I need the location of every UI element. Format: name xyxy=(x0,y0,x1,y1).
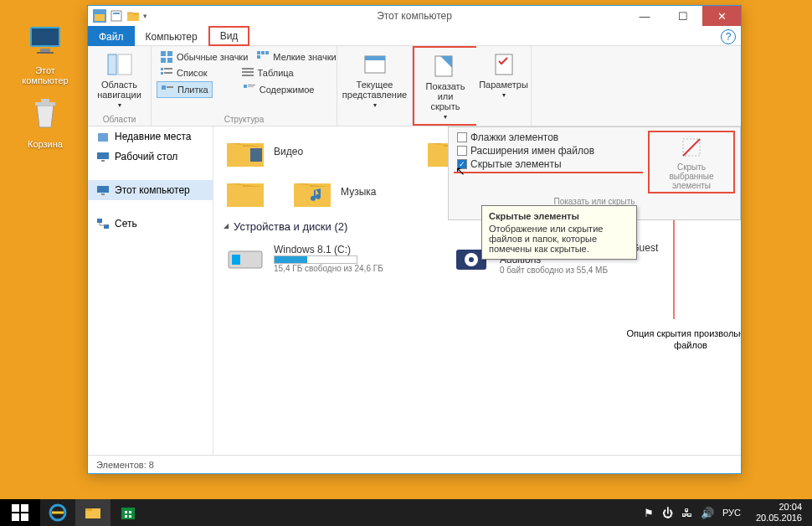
svg-rect-42 xyxy=(97,219,102,223)
main-content: Флажки элементов Расширения имен файлов … xyxy=(213,126,741,455)
svg-rect-28 xyxy=(162,85,166,90)
layout-small-icons[interactable]: Мелкие значки xyxy=(253,49,339,64)
svg-rect-20 xyxy=(257,55,260,59)
minimize-button[interactable]: — xyxy=(625,6,664,26)
svg-rect-60 xyxy=(21,504,28,512)
drive-c[interactable]: Windows 8.1 (C:) 15,4 ГБ свободно из 24,… xyxy=(224,240,433,276)
close-button[interactable]: ✕ xyxy=(702,6,741,26)
svg-rect-65 xyxy=(85,508,92,511)
tray-clock[interactable]: 20:04 20.05.2016 xyxy=(749,500,809,525)
svg-rect-16 xyxy=(167,58,172,63)
layout-content[interactable]: Содержимое xyxy=(239,81,318,98)
current-view-button[interactable]: Текущее представление ▾ xyxy=(342,49,407,111)
taskbar-ie[interactable] xyxy=(40,499,75,526)
tray-network-icon[interactable]: 🖧 xyxy=(681,507,692,519)
nav-recent[interactable]: Недавние места xyxy=(88,126,213,147)
nav-desktop[interactable]: Рабочий стол xyxy=(88,147,213,167)
start-button[interactable] xyxy=(0,499,40,526)
svg-rect-68 xyxy=(129,511,131,513)
svg-rect-11 xyxy=(108,54,116,75)
qat-newfolder-icon[interactable] xyxy=(126,9,140,23)
folder-music[interactable]: Музыка xyxy=(290,173,475,210)
svg-rect-40 xyxy=(97,186,109,193)
taskbar[interactable]: ⚑ ⏻ 🖧 🔊 РУС 20:04 20.05.2016 xyxy=(0,499,812,526)
svg-rect-67 xyxy=(125,511,127,513)
svg-rect-34 xyxy=(365,56,385,60)
folder-stub-2[interactable] xyxy=(224,173,274,210)
nav-network[interactable]: Сеть xyxy=(88,214,213,234)
svg-rect-62 xyxy=(21,513,28,521)
svg-rect-24 xyxy=(164,72,172,74)
cursor-icon: ↖ xyxy=(455,164,465,178)
folder-videos[interactable]: Видео xyxy=(224,133,408,170)
svg-rect-19 xyxy=(265,51,269,54)
svg-rect-46 xyxy=(250,148,262,162)
svg-rect-4 xyxy=(35,102,55,106)
drives-header[interactable]: Устройства и диски (2) xyxy=(224,220,731,233)
tray-power-icon[interactable]: ⏻ xyxy=(662,507,673,519)
qat-properties-icon[interactable] xyxy=(110,9,123,23)
annotation-text: Опция скрытия произвольных файлов xyxy=(615,327,741,352)
chk-hidden-items[interactable]: ✓Скрытые элементы xyxy=(454,157,643,173)
taskbar-store[interactable] xyxy=(110,499,146,526)
svg-rect-53 xyxy=(232,255,240,265)
tray-lang[interactable]: РУС xyxy=(722,508,741,518)
app-icon xyxy=(93,9,106,23)
help-button[interactable]: ? xyxy=(721,29,736,44)
svg-rect-18 xyxy=(261,51,265,54)
svg-rect-23 xyxy=(161,72,163,75)
svg-rect-37 xyxy=(98,133,108,142)
maximize-button[interactable]: ☐ xyxy=(664,6,702,26)
svg-rect-32 xyxy=(248,86,254,87)
ribbon: Область навигации ▾ Области Обычные знач… xyxy=(88,46,741,126)
navigation-pane: Недавние места Рабочий стол Этот компьют… xyxy=(88,126,213,455)
chk-item-checkboxes[interactable]: Флажки элементов xyxy=(454,131,643,144)
svg-rect-21 xyxy=(161,68,163,70)
taskbar-explorer[interactable] xyxy=(75,499,110,526)
desktop-recycle-bin[interactable]: Корзина xyxy=(12,94,79,149)
svg-point-56 xyxy=(469,257,474,262)
svg-rect-26 xyxy=(242,71,254,73)
svg-rect-38 xyxy=(97,152,109,159)
tab-computer[interactable]: Компьютер xyxy=(135,26,208,46)
layout-tiles[interactable]: Плитка xyxy=(157,81,213,98)
svg-rect-27 xyxy=(242,75,254,76)
svg-rect-59 xyxy=(12,504,19,512)
svg-rect-39 xyxy=(101,160,105,162)
svg-rect-14 xyxy=(167,51,172,56)
svg-rect-3 xyxy=(37,52,54,54)
qat-dropdown-icon[interactable]: ▾ xyxy=(143,12,147,20)
svg-rect-41 xyxy=(101,193,105,195)
svg-rect-17 xyxy=(257,51,260,54)
svg-rect-49 xyxy=(227,183,264,207)
svg-rect-22 xyxy=(164,68,172,70)
svg-rect-7 xyxy=(95,14,105,21)
nav-this-pc[interactable]: Этот компьютер xyxy=(88,180,213,200)
layout-details[interactable]: Таблица xyxy=(238,65,297,80)
chk-file-extensions[interactable]: Расширения имен файлов xyxy=(454,144,643,157)
tab-file[interactable]: Файл xyxy=(88,26,135,46)
layout-large-icons[interactable]: Обычные значки xyxy=(157,49,251,64)
svg-rect-30 xyxy=(244,85,247,88)
show-hide-button[interactable]: Показать или скрыть ▾ xyxy=(419,51,471,122)
tab-view[interactable]: Вид xyxy=(208,26,250,46)
desktop-this-pc[interactable]: Этот компьютер xyxy=(12,20,79,85)
tray-flag-icon[interactable]: ⚑ xyxy=(644,507,654,519)
status-bar: Элементов: 8 xyxy=(88,455,741,473)
layout-list[interactable]: Список xyxy=(157,65,211,80)
svg-rect-31 xyxy=(248,85,255,85)
svg-rect-61 xyxy=(12,513,19,521)
svg-rect-36 xyxy=(496,54,512,75)
svg-rect-69 xyxy=(125,515,127,518)
svg-rect-1 xyxy=(32,28,59,45)
options-button[interactable]: Параметры ▾ xyxy=(481,49,526,101)
svg-rect-12 xyxy=(118,54,131,75)
tray-volume-icon[interactable]: 🔊 xyxy=(701,507,714,519)
svg-rect-29 xyxy=(167,86,173,88)
navigation-pane-button[interactable]: Область навигации ▾ xyxy=(93,49,146,111)
svg-rect-25 xyxy=(242,68,254,70)
hide-selected-button[interactable]: Скрыть выбранные элементы xyxy=(650,132,733,192)
titlebar[interactable]: ▾ Этот компьютер — ☐ ✕ xyxy=(88,6,741,26)
svg-rect-15 xyxy=(161,58,166,63)
svg-rect-66 xyxy=(121,508,135,519)
